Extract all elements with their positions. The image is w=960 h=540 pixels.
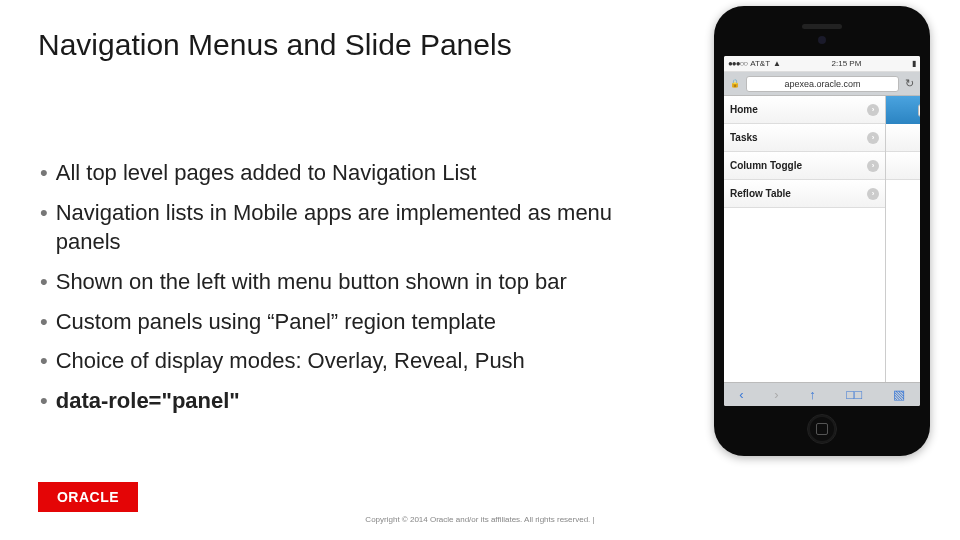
bullet-text: data-role="panel" [56, 386, 678, 416]
bullet-text: Navigation lists in Mobile apps are impl… [56, 198, 678, 257]
bullet-dot-icon: • [40, 307, 48, 337]
bullet-item: •data-role="panel" [38, 386, 678, 416]
menu-item[interactable]: Reflow Table› [724, 180, 885, 208]
menu-panel: Home›Tasks›Column Toggle›Reflow Table› [724, 96, 886, 382]
bullet-dot-icon: • [40, 198, 48, 228]
pushed-page: gout › › [886, 96, 920, 382]
app-content: Home›Tasks›Column Toggle›Reflow Table› g… [724, 96, 920, 382]
lock-icon: 🔒 [730, 79, 740, 88]
signal-icon: ●●●○○ [728, 59, 747, 68]
wifi-icon: ▲ [773, 59, 781, 68]
bullet-text: Custom panels using “Panel” region templ… [56, 307, 678, 337]
back-icon[interactable]: ‹ [739, 387, 743, 402]
menu-item-label: Reflow Table [730, 188, 791, 199]
menu-item-label: Home [730, 104, 758, 115]
bullet-text: All top level pages added to Navigation … [56, 158, 678, 188]
chevron-right-icon: › [867, 188, 879, 200]
url-text: apexea.oracle.com [746, 76, 899, 92]
menu-item[interactable]: Home› [724, 96, 885, 124]
forward-icon[interactable]: › [774, 387, 778, 402]
bullet-item: •Shown on the left with menu button show… [38, 267, 678, 297]
bullet-dot-icon: • [40, 267, 48, 297]
bullet-dot-icon: • [40, 346, 48, 376]
phone-mockup: ●●●○○ AT&T ▲ 2:15 PM ▮ 🔒 apexea.oracle.c… [714, 6, 930, 456]
bullet-item: •Navigation lists in Mobile apps are imp… [38, 198, 678, 257]
bookmarks-icon[interactable]: □□ [846, 387, 862, 402]
chevron-right-icon: › [867, 132, 879, 144]
slide-title: Navigation Menus and Slide Panels [38, 28, 512, 62]
home-button[interactable] [807, 414, 837, 444]
bullet-dot-icon: • [40, 386, 48, 416]
chevron-right-icon: › [867, 160, 879, 172]
bullet-dot-icon: • [40, 158, 48, 188]
oracle-logo-text: ORACLE [57, 489, 119, 505]
menu-item-label: Tasks [730, 132, 758, 143]
phone-camera [818, 36, 826, 44]
url-bar: 🔒 apexea.oracle.com ↻ [724, 72, 920, 96]
bullet-item: •Custom panels using “Panel” region temp… [38, 307, 678, 337]
bullet-item: •Choice of display modes: Overlay, Revea… [38, 346, 678, 376]
phone-screen: ●●●○○ AT&T ▲ 2:15 PM ▮ 🔒 apexea.oracle.c… [724, 56, 920, 406]
bullet-item: •All top level pages added to Navigation… [38, 158, 678, 188]
refresh-icon[interactable]: ↻ [905, 77, 914, 90]
pushed-row[interactable]: › [886, 152, 920, 180]
bullet-list: •All top level pages added to Navigation… [38, 158, 678, 426]
share-icon[interactable]: ↑ [809, 387, 816, 402]
carrier-label: AT&T [750, 59, 770, 68]
bullet-text: Shown on the left with menu button shown… [56, 267, 678, 297]
tabs-icon[interactable]: ▧ [893, 387, 905, 402]
menu-item-label: Column Toggle [730, 160, 802, 171]
status-time: 2:15 PM [832, 59, 862, 68]
bullet-text: Choice of display modes: Overlay, Reveal… [56, 346, 678, 376]
menu-item[interactable]: Column Toggle› [724, 152, 885, 180]
status-bar: ●●●○○ AT&T ▲ 2:15 PM ▮ [724, 56, 920, 72]
phone-speaker [802, 24, 842, 29]
slide: Navigation Menus and Slide Panels •All t… [0, 0, 960, 540]
logout-button[interactable]: gout [918, 104, 920, 117]
oracle-logo: ORACLE [38, 482, 138, 512]
copyright-text: Copyright © 2014 Oracle and/or its affil… [365, 515, 594, 524]
app-topbar: gout [886, 96, 920, 124]
battery-icon: ▮ [912, 59, 916, 68]
pushed-row[interactable]: › [886, 124, 920, 152]
menu-item[interactable]: Tasks› [724, 124, 885, 152]
safari-toolbar: ‹ › ↑ □□ ▧ [724, 382, 920, 406]
chevron-right-icon: › [867, 104, 879, 116]
